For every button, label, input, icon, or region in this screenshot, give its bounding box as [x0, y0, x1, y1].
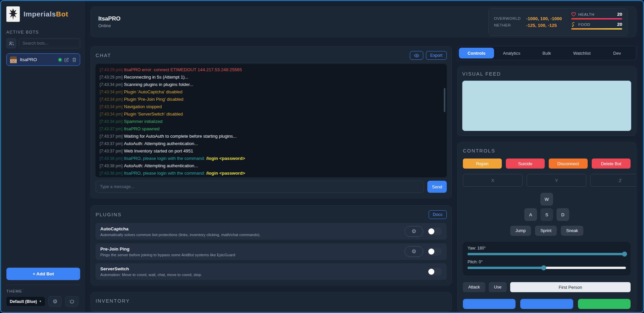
bottom-action-button-2[interactable] — [520, 299, 573, 309]
chat-message: [7:43:37 pm]ItsaPRO spawned — [100, 125, 443, 133]
plugin-toggle[interactable] — [427, 268, 442, 276]
chat-log[interactable]: [7:43:29 pm]ItsaPRO error: connect ETIME… — [96, 64, 447, 177]
plugin-settings-button[interactable]: ⚙ — [405, 246, 423, 257]
yaw-label: Yaw: 180° — [468, 246, 626, 251]
tab-watchlist[interactable]: Watchlist — [564, 48, 599, 58]
plugin-description: Pings the server before joining to bypas… — [100, 253, 405, 257]
chat-message: [7:43:34 pm]Navigation stopped — [100, 103, 443, 110]
vitals: HEALTH 20 FOOD 20 — [571, 12, 622, 32]
plugin-settings-button[interactable]: ⚙ — [405, 226, 423, 237]
plugin-toggle[interactable] — [427, 248, 442, 256]
pitch-label: Pitch: 0° — [468, 260, 626, 264]
tab-controls[interactable]: Controls — [459, 48, 494, 58]
app-logo-icon — [6, 6, 20, 22]
visual-feed-title: VISUAL FEED — [462, 71, 501, 77]
theme-select[interactable]: Default (Blue)▼ — [6, 297, 45, 306]
suicide-button[interactable]: Suicide — [506, 159, 545, 169]
bottom-action-button-3[interactable] — [578, 299, 631, 309]
online-status-dot — [59, 58, 61, 61]
bot-info-panel: OVERWORLD -1000, 100, -1000 NETHER -125,… — [488, 8, 628, 36]
bot-list-item[interactable]: ItsaPRO — [6, 53, 80, 66]
plugins-panel: PLUGINS Docs AutoCaptcha Automatically s… — [91, 205, 452, 285]
app-title: ImperialsBot — [23, 10, 68, 18]
plugin-description: Automatically solves common bot protecti… — [100, 233, 405, 237]
plugin-row-serverswitch: ServerSwitch Automation: Move to coord, … — [96, 263, 447, 280]
key-d[interactable]: D — [556, 208, 569, 221]
settings-button[interactable]: ⚙ — [48, 296, 62, 307]
yaw-slider-thumb[interactable] — [622, 252, 627, 257]
bots-filter-button[interactable] — [6, 38, 16, 48]
food-bar — [571, 28, 622, 30]
key-s[interactable]: S — [540, 208, 553, 221]
goto-y-input[interactable] — [527, 174, 586, 187]
plugin-toggle[interactable] — [427, 227, 442, 235]
chat-message: [7:43:38 pm]ItsaPRO, please login with t… — [100, 155, 443, 162]
key-a[interactable]: A — [524, 208, 537, 221]
eye-icon — [414, 54, 419, 57]
brand: ImperialsBot — [6, 6, 80, 22]
key-w[interactable]: W — [540, 193, 553, 206]
gear-icon: ⚙ — [412, 249, 416, 254]
bot-name: ItsaPRO — [20, 57, 56, 62]
goto-x-input[interactable] — [463, 174, 523, 187]
chat-message-input[interactable] — [96, 181, 424, 193]
delete-bot-button[interactable]: Delete Bot — [592, 159, 631, 169]
health-bar — [571, 18, 622, 19]
tab-dev[interactable]: Dev — [599, 48, 635, 58]
chat-send-button[interactable]: Send — [427, 181, 447, 193]
goto-z-input[interactable] — [590, 174, 636, 187]
add-bot-button[interactable]: + Add Bot — [6, 268, 80, 280]
chat-message: [7:43:34 pm]Plugin 'Pre-Join Ping' disab… — [100, 96, 443, 103]
pitch-slider-fill — [468, 267, 544, 269]
disconnect-button[interactable]: Disconnect — [549, 159, 588, 169]
gear-icon: ⚙ — [412, 229, 416, 234]
plugin-name: ServerSwitch — [100, 266, 427, 271]
chat-message: [7:43:38 pm]AutoAuth: Attempting authent… — [100, 162, 443, 170]
plugin-name: Pre-Join Ping — [100, 247, 405, 252]
sidebar-divider — [6, 285, 80, 285]
chat-message: [7:43:37 pm]Waiting for AutoAuth to comp… — [100, 133, 443, 140]
food-value: 20 — [617, 22, 622, 27]
plugins-docs-button[interactable]: Docs — [429, 210, 447, 219]
chat-message: [7:43:37 pm]AutoAuth: Attempting authent… — [100, 140, 443, 147]
chat-visibility-button[interactable] — [410, 51, 423, 60]
delete-icon[interactable] — [72, 57, 76, 62]
plugin-name: AutoCaptcha — [100, 226, 405, 231]
chat-panel: CHAT Export [7:43:29 pm]ItsaPRO — [91, 46, 452, 198]
jump-button[interactable]: Jump — [510, 226, 531, 236]
use-button[interactable]: Use — [489, 282, 507, 292]
edit-icon[interactable] — [64, 57, 69, 62]
tab-analytics[interactable]: Analytics — [494, 48, 529, 58]
active-bots-label: ACTIVE BOTS — [6, 30, 80, 35]
pitch-slider[interactable] — [468, 267, 626, 269]
sprint-button[interactable]: Sprint — [535, 226, 557, 236]
coordinates: OVERWORLD -1000, 100, -1000 NETHER -125,… — [494, 16, 562, 28]
power-button[interactable] — [65, 296, 78, 307]
chevron-down-icon: ▼ — [39, 300, 42, 303]
sneak-button[interactable]: Sneak — [561, 226, 583, 236]
chat-message: [7:43:34 pm]Plugin 'ServerSwitch' disabl… — [100, 110, 443, 118]
overworld-coords: -1000, 100, -1000 — [526, 16, 562, 21]
yaw-slider[interactable] — [468, 253, 626, 255]
health-label: HEALTH — [578, 12, 615, 16]
chat-message: [7:43:34 pm]Plugin 'AutoCaptcha' disable… — [100, 88, 443, 96]
visual-feed-panel: VISUAL FEED — [457, 66, 636, 136]
rejoin-button[interactable]: Rejoin — [463, 159, 502, 169]
plugin-description: Automation: Move to coord, wait, chat, m… — [100, 273, 427, 277]
look-sliders: Yaw: 180° Pitch: 0° — [463, 242, 631, 275]
first-person-button[interactable]: First Person — [510, 282, 631, 292]
right-panel-tabs: Controls Analytics Bulk Watchlist Dev — [457, 46, 636, 60]
bottom-action-button-1[interactable] — [463, 299, 516, 309]
bot-list: ItsaPRO — [6, 53, 80, 66]
tab-bulk[interactable]: Bulk — [529, 48, 565, 58]
health-icon — [571, 12, 576, 16]
search-input[interactable] — [19, 38, 80, 48]
overworld-label: OVERWORLD — [494, 16, 521, 20]
power-icon — [69, 299, 74, 304]
chat-scrollbar-thumb[interactable] — [444, 88, 445, 112]
nether-coords: -125, 100, -125 — [526, 23, 562, 28]
chat-export-button[interactable]: Export — [426, 51, 447, 60]
attack-button[interactable]: Attack — [463, 282, 485, 292]
visual-feed-viewport — [462, 81, 631, 131]
pitch-slider-thumb[interactable] — [541, 265, 546, 270]
